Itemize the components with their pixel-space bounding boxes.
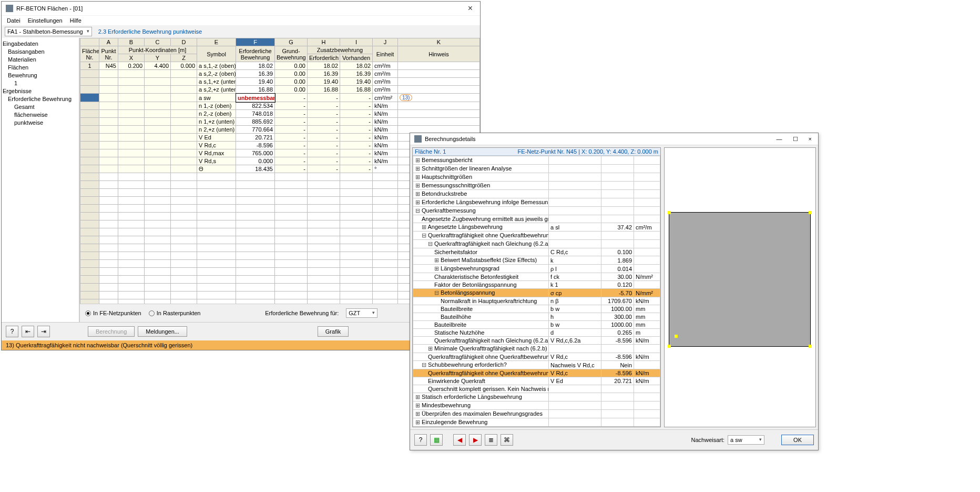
grid-cell[interactable]: cm²/m — [373, 70, 398, 78]
maximize-icon[interactable]: ☐ — [791, 136, 800, 143]
radio-fe-points[interactable]: In FE-Netzpunkten — [85, 310, 141, 316]
grid-cell[interactable]: a s,1,-z (oben) — [197, 62, 236, 70]
grid-cell[interactable] — [145, 142, 171, 149]
grid-cell[interactable] — [80, 126, 99, 134]
grid-cell[interactable] — [171, 102, 197, 110]
tree-row[interactable]: Normalkraft in Hauptquerkraftrichtung — [413, 297, 549, 305]
grid-cell[interactable]: - — [275, 94, 308, 102]
grid-cell[interactable] — [145, 165, 171, 173]
grid-cell[interactable]: - — [275, 157, 308, 165]
grid-cell[interactable] — [80, 149, 99, 157]
grid-cell[interactable] — [118, 94, 145, 102]
grid-cell[interactable]: - — [340, 94, 373, 102]
grid-cell[interactable]: - — [275, 149, 308, 157]
grid-cell[interactable]: - — [340, 157, 373, 165]
grid-cell[interactable]: 0.00 — [275, 86, 308, 94]
grid-cell[interactable]: - — [275, 126, 308, 134]
tree-row[interactable]: Einzulegende Bewehrung — [413, 418, 549, 427]
grid-cell[interactable] — [80, 78, 99, 86]
grid-cell[interactable] — [171, 149, 197, 157]
grid-cell[interactable]: 0.000 — [236, 157, 275, 165]
grid-cell[interactable]: - — [340, 102, 373, 110]
grid-cell[interactable]: 822.534 — [236, 102, 275, 110]
close-icon[interactable]: × — [465, 4, 476, 13]
grid-cell[interactable]: 16.39 — [308, 70, 340, 78]
grid-cell[interactable] — [80, 110, 99, 118]
col-H[interactable]: H — [308, 38, 340, 46]
grid-cell[interactable]: - — [340, 126, 373, 134]
grid-cell[interactable] — [398, 70, 480, 78]
grid-cell[interactable]: n 2,+z (unten) — [197, 126, 236, 134]
grid-cell[interactable]: V Rd,s — [197, 157, 236, 165]
tree-row[interactable]: Einwirkende Querkraft — [413, 377, 549, 385]
grid-cell[interactable] — [398, 78, 480, 86]
grid-cell[interactable] — [171, 134, 197, 142]
grid-cell[interactable]: 748.018 — [236, 110, 275, 118]
tree-flaechen[interactable]: Flächen — [3, 64, 78, 72]
detail-tree[interactable]: BemessungsberichtSchnittgrößen der linea… — [413, 156, 660, 427]
tree-row[interactable]: Bemessungsbericht — [413, 156, 549, 165]
grid-cell[interactable] — [118, 142, 145, 149]
grid-cell[interactable]: 19.40 — [308, 78, 340, 86]
grid-cell[interactable] — [118, 110, 145, 118]
col-F[interactable]: F — [236, 38, 275, 46]
tree-row[interactable]: Schubbewehrung erforderlich? — [413, 361, 549, 369]
tree-row[interactable]: Überprüfen des maximalen Bewehrungsgrade… — [413, 410, 549, 418]
grid-cell[interactable] — [118, 86, 145, 94]
grid-cell[interactable]: 18.02 — [340, 62, 373, 70]
grid-cell[interactable]: - — [308, 157, 340, 165]
grid-cell[interactable] — [118, 102, 145, 110]
grid-cell[interactable] — [145, 94, 171, 102]
next-result-icon[interactable]: ▶ — [469, 434, 482, 446]
tree-row[interactable]: Beiwert Maßstabseffekt (Size Effects) — [413, 256, 549, 265]
grid-cell[interactable] — [99, 126, 118, 134]
tree-row[interactable]: Bemessungsschnittgrößen — [413, 182, 549, 190]
tree-punktweise[interactable]: punktweise — [3, 119, 78, 127]
grid-cell[interactable] — [171, 118, 197, 126]
grid-cell[interactable]: n 1,+z (unten) — [197, 118, 236, 126]
tree-row[interactable]: Mindestbewehrung — [413, 401, 549, 410]
grid-cell[interactable]: 770.664 — [236, 126, 275, 134]
help-icon[interactable]: ? — [6, 326, 18, 337]
grid-cell[interactable] — [118, 165, 145, 173]
grid-cell[interactable] — [99, 118, 118, 126]
grid-cell[interactable] — [99, 78, 118, 86]
grid-cell[interactable] — [99, 149, 118, 157]
grid-cell[interactable] — [171, 126, 197, 134]
col-E[interactable]: E — [197, 38, 236, 46]
nav-tree[interactable]: Eingabedaten Basisangaben Materialien Fl… — [2, 38, 79, 322]
next-icon[interactable]: ⇥ — [37, 326, 50, 337]
tree-row[interactable]: Schnittgrößen der linearen Analyse — [413, 165, 549, 173]
grid-cell[interactable] — [99, 70, 118, 78]
grid-cell[interactable]: - — [308, 110, 340, 118]
preview-pane[interactable] — [664, 147, 816, 427]
grid-cell[interactable]: 0.00 — [275, 78, 308, 86]
menu-settings[interactable]: Einstellungen — [28, 17, 63, 24]
grid-cell[interactable]: - — [308, 126, 340, 134]
help-icon[interactable]: ? — [414, 434, 427, 446]
grid-cell[interactable] — [80, 86, 99, 94]
tree-row[interactable]: Statisch erforderliche Längsbewehrung — [413, 393, 549, 401]
tree-erf-bew[interactable]: Erforderliche Bewehrung — [3, 95, 78, 103]
grid-cell[interactable]: N45 — [99, 62, 118, 70]
grid-cell[interactable]: 18.02 — [236, 62, 275, 70]
grid-cell[interactable] — [171, 165, 197, 173]
grid-cell[interactable]: a s,1,+z (unten) — [197, 78, 236, 86]
grid-cell[interactable]: 16.39 — [340, 70, 373, 78]
close-icon[interactable]: × — [807, 136, 814, 143]
col-A[interactable]: A — [99, 38, 118, 46]
tree-bewehrung[interactable]: Bewehrung — [3, 72, 78, 79]
list-icon[interactable]: ≣ — [485, 434, 497, 446]
grid-cell[interactable]: V Rd,max — [197, 149, 236, 157]
grid-cell[interactable] — [398, 118, 480, 126]
grid-cell[interactable] — [171, 78, 197, 86]
grid-cell[interactable]: kN/m — [373, 142, 398, 149]
grid-cell[interactable]: - — [340, 118, 373, 126]
col-I[interactable]: I — [340, 38, 373, 46]
menu-file[interactable]: Datei — [7, 17, 21, 24]
grid-cell[interactable] — [99, 165, 118, 173]
excel-icon[interactable]: ▦ — [430, 434, 443, 446]
grid-cell[interactable]: - — [308, 102, 340, 110]
grid-cell[interactable] — [80, 165, 99, 173]
grid-cell[interactable]: 16.88 — [340, 86, 373, 94]
